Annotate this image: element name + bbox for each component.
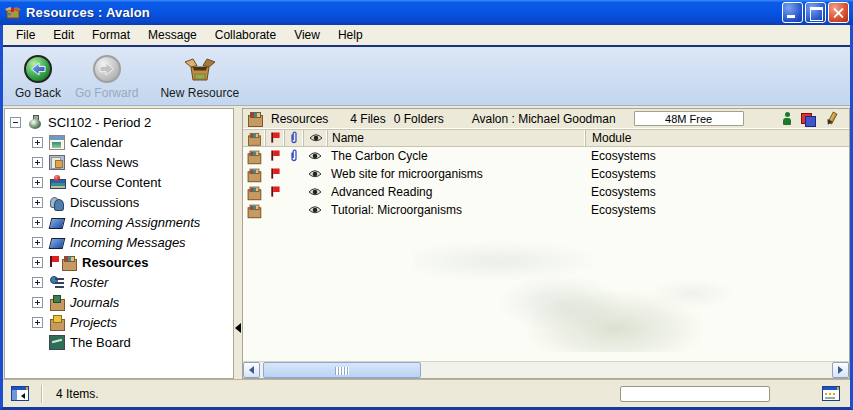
- tree-item-journals[interactable]: Journals: [7, 292, 233, 312]
- flag-icon: [270, 132, 279, 143]
- status-separator: [41, 385, 42, 403]
- flag-icon: [270, 186, 279, 197]
- plus-expander-icon[interactable]: [32, 177, 43, 188]
- box-icon: [61, 255, 77, 270]
- resource-name[interactable]: Tutorial: Microorganisms: [327, 203, 585, 217]
- new-resource-button[interactable]: New Resource: [154, 51, 245, 100]
- close-button[interactable]: [828, 2, 849, 23]
- pencil-icon[interactable]: [825, 112, 837, 126]
- flag-icon: [270, 168, 279, 179]
- scrollbar-track[interactable]: [260, 362, 832, 378]
- resource-box-icon: [5, 5, 21, 21]
- book-icon: [49, 215, 65, 230]
- layers-icon[interactable]: [801, 112, 816, 126]
- layout-icon[interactable]: [822, 386, 840, 401]
- menu-message[interactable]: Message: [139, 25, 206, 45]
- status-bar: 4 Items.: [3, 379, 850, 407]
- plus-expander-icon[interactable]: [32, 237, 43, 248]
- list-row[interactable]: Tutorial: Microorganisms Ecosystems: [243, 201, 849, 219]
- flag-icon: [49, 256, 59, 268]
- scroll-left-button[interactable]: [243, 362, 260, 378]
- resource-module: Ecosystems: [585, 149, 849, 163]
- box-icon: [247, 149, 261, 163]
- list-row[interactable]: Web site for microorganisms Ecosystems: [243, 165, 849, 183]
- box-icon: [247, 185, 261, 199]
- go-back-label: Go Back: [15, 86, 61, 100]
- eye-icon: [308, 151, 322, 161]
- tree-item-incoming-assignments[interactable]: Incoming Assignments: [7, 212, 233, 232]
- owner-label: Avalon : Michael Goodman: [472, 112, 616, 126]
- menu-file[interactable]: File: [7, 25, 44, 45]
- plus-expander-icon[interactable]: [32, 217, 43, 228]
- menu-edit[interactable]: Edit: [44, 25, 83, 45]
- resource-name[interactable]: Web site for microorganisms: [327, 167, 585, 181]
- main-area: SCI102 - Period 2 Calendar Class News Co…: [3, 106, 850, 379]
- maximize-button[interactable]: [805, 2, 826, 23]
- paperclip-icon: [289, 131, 299, 145]
- resource-name[interactable]: The Carbon Cycle: [327, 149, 585, 163]
- collapse-expander-icon[interactable]: [10, 117, 21, 128]
- resource-module: Ecosystems: [585, 203, 849, 217]
- module-column-header[interactable]: Module: [585, 130, 849, 146]
- attachment-column-header[interactable]: [284, 130, 303, 146]
- people-icon: [49, 195, 65, 210]
- minimize-button[interactable]: [782, 2, 803, 23]
- scroll-right-button[interactable]: [832, 362, 849, 378]
- tree-item-calendar[interactable]: Calendar: [7, 132, 233, 152]
- go-back-button[interactable]: Go Back: [9, 51, 67, 100]
- list-info-bar: Resources 4 Files 0 Folders Avalon : Mic…: [243, 109, 849, 129]
- window-title: Resources : Avalon: [26, 5, 782, 20]
- panel-toggle-icon[interactable]: [11, 386, 29, 401]
- tree-item-discussions[interactable]: Discussions: [7, 192, 233, 212]
- collapse-left-icon[interactable]: [235, 323, 241, 333]
- visibility-column-header[interactable]: [303, 130, 327, 146]
- box-icon: [247, 167, 261, 181]
- list-row[interactable]: The Carbon Cycle Ecosystems: [243, 147, 849, 165]
- menu-help[interactable]: Help: [329, 25, 372, 45]
- plus-expander-icon[interactable]: [32, 137, 43, 148]
- plus-expander-icon[interactable]: [32, 317, 43, 328]
- list-title: Resources: [271, 112, 328, 126]
- scrollbar-thumb[interactable]: [263, 362, 421, 378]
- panel-splitter[interactable]: [234, 108, 242, 379]
- tree-item-projects[interactable]: Projects: [7, 312, 233, 332]
- person-icon[interactable]: [782, 112, 792, 126]
- column-header-row: Name Module: [243, 129, 849, 147]
- plus-expander-icon[interactable]: [32, 257, 43, 268]
- list-row[interactable]: Advanced Reading Ecosystems: [243, 183, 849, 201]
- tree-item-the-board[interactable]: The Board: [7, 332, 233, 352]
- plus-expander-icon[interactable]: [32, 197, 43, 208]
- background-watermark: [413, 222, 801, 353]
- books-icon: [49, 175, 65, 190]
- menu-format[interactable]: Format: [83, 25, 139, 45]
- menu-bar: File Edit Format Message Collaborate Vie…: [3, 25, 850, 47]
- tree-item-class-news[interactable]: Class News: [7, 152, 233, 172]
- item-icon-column-header[interactable]: [243, 130, 265, 146]
- plus-expander-icon[interactable]: [32, 157, 43, 168]
- news-icon: [49, 155, 65, 170]
- box-icon: [247, 203, 261, 217]
- menu-collaborate[interactable]: Collaborate: [206, 25, 285, 45]
- tree-root-sci102[interactable]: SCI102 - Period 2: [7, 112, 233, 132]
- menu-view[interactable]: View: [285, 25, 329, 45]
- eye-icon: [308, 205, 322, 215]
- go-forward-label: Go Forward: [75, 86, 138, 100]
- tree-item-roster[interactable]: Roster: [7, 272, 233, 292]
- title-bar[interactable]: Resources : Avalon: [0, 0, 853, 25]
- tree-item-resources[interactable]: Resources: [7, 252, 233, 272]
- horizontal-scrollbar[interactable]: [243, 361, 849, 378]
- flag-column-header[interactable]: [265, 130, 284, 146]
- eye-icon: [308, 169, 322, 179]
- resource-name[interactable]: Advanced Reading: [327, 185, 585, 199]
- tree-item-course-content[interactable]: Course Content: [7, 172, 233, 192]
- plus-expander-icon[interactable]: [32, 277, 43, 288]
- flag-icon: [270, 150, 279, 161]
- go-forward-button[interactable]: Go Forward: [69, 51, 144, 100]
- left-arrow-icon: [249, 366, 254, 374]
- tree-item-incoming-messages[interactable]: Incoming Messages: [7, 232, 233, 252]
- plus-expander-icon[interactable]: [32, 297, 43, 308]
- project-box-icon: [49, 315, 65, 330]
- box-icon: [247, 111, 263, 126]
- eye-icon: [308, 187, 322, 197]
- name-column-header[interactable]: Name: [327, 130, 585, 146]
